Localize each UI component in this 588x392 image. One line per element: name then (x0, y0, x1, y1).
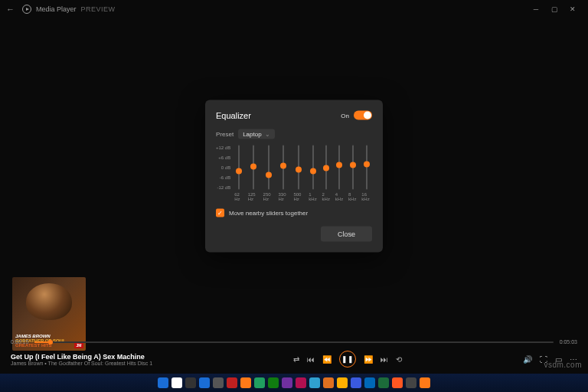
taskbar-app-icon[interactable] (268, 377, 279, 388)
eq-slider[interactable] (238, 145, 240, 190)
taskbar-app-icon[interactable] (364, 377, 375, 388)
prev-icon[interactable]: ⏮ (307, 355, 315, 364)
player-bar: Get Up (I Feel Like Being A) Sex Machine… (0, 345, 588, 374)
eq-bands: 62 Hz125 Hz250 Hz330 Hz500 Hz1 kHz2 kHz4… (234, 145, 372, 201)
taskbar-app-icon[interactable] (323, 377, 334, 388)
equalizer-dialog: Equalizer On Preset Laptop +12 dB+6 dB0 … (205, 100, 383, 253)
close-button[interactable]: ✕ (564, 5, 582, 13)
taskbar-app-icon[interactable] (172, 377, 182, 388)
eq-band: 2 kHz (322, 145, 331, 201)
minimize-button[interactable]: ─ (527, 5, 545, 13)
repeat-icon[interactable]: ⟲ (396, 355, 402, 364)
dialog-title: Equalizer (216, 111, 251, 120)
taskbar-app-icon[interactable] (420, 377, 430, 388)
taskbar-app-icon[interactable] (213, 377, 224, 388)
taskbar-app-icon[interactable] (199, 377, 210, 388)
eq-band: 250 Hz (263, 145, 274, 201)
taskbar-app-icon[interactable] (185, 377, 196, 388)
taskbar-app-icon[interactable] (282, 377, 292, 388)
taskbar-app-icon[interactable] (392, 377, 403, 388)
eq-band: 125 Hz (248, 145, 259, 201)
next-icon[interactable]: ⏭ (381, 355, 388, 364)
eq-slider[interactable] (325, 145, 327, 190)
preview-badge: PREVIEW (81, 5, 116, 13)
back-icon[interactable]: ← (6, 5, 15, 14)
taskbar-app-icon[interactable] (309, 377, 320, 388)
time-total: 0:05:03 (560, 339, 577, 345)
forward-icon[interactable]: ⏩ (364, 355, 373, 364)
titlebar: ← Media Player PREVIEW ─ ▢ ✕ (0, 0, 588, 18)
eq-slider[interactable] (352, 145, 354, 190)
eq-band: 4 kHz (335, 145, 344, 201)
volume-icon[interactable]: 🔊 (523, 355, 532, 364)
taskbar-app-icon[interactable] (227, 377, 237, 388)
taskbar-app-icon[interactable] (158, 377, 168, 388)
time-elapsed: 0:00:15 (11, 339, 28, 345)
eq-slider[interactable] (253, 145, 254, 190)
eq-slider[interactable] (298, 145, 299, 190)
eq-slider[interactable] (283, 145, 284, 190)
taskbar-app-icon[interactable] (337, 377, 348, 388)
app-icon (22, 5, 31, 14)
eq-slider[interactable] (338, 145, 340, 190)
taskbar-app-icon[interactable] (351, 377, 361, 388)
preset-label: Preset (216, 131, 234, 138)
equalizer-toggle[interactable] (354, 111, 372, 120)
taskbar[interactable] (0, 374, 588, 392)
shuffle-icon[interactable]: ⇄ (293, 355, 299, 364)
rewind-icon[interactable]: ⏪ (322, 355, 332, 364)
preset-select[interactable]: Laptop (238, 129, 274, 139)
link-sliders-checkbox[interactable]: ✓ (216, 209, 224, 217)
app-title: Media Player (36, 5, 77, 13)
eq-band: 16 kHz (361, 145, 372, 201)
eq-band: 8 kHz (348, 145, 357, 201)
eq-band: 500 Hz (293, 145, 304, 201)
watermark: vsdm.com (544, 361, 582, 369)
checkbox-label: Move nearby sliders together (229, 210, 308, 217)
taskbar-app-icon[interactable] (378, 377, 389, 388)
track-subtitle: James Brown • The Godfather Of Soul: Gre… (11, 361, 172, 366)
track-title: Get Up (I Feel Like Being A) Sex Machine (11, 353, 172, 361)
progress-row: 0:00:15 0:05:03 (11, 339, 577, 345)
taskbar-app-icon[interactable] (406, 377, 416, 388)
maximize-button[interactable]: ▢ (545, 5, 564, 13)
eq-band: 330 Hz (279, 145, 289, 201)
eq-band: 62 Hz (234, 145, 243, 201)
taskbar-app-icon[interactable] (254, 377, 265, 388)
main-area: JAMES BROWN GODFATHER OF SOUL GREATEST H… (0, 18, 588, 358)
eq-band: 1 kHz (309, 145, 317, 201)
toggle-label: On (341, 112, 349, 119)
play-pause-button[interactable]: ❚❚ (339, 351, 356, 368)
seek-bar[interactable] (34, 341, 553, 343)
eq-slider[interactable] (268, 145, 270, 190)
taskbar-app-icon[interactable] (296, 377, 306, 388)
taskbar-app-icon[interactable] (240, 377, 251, 388)
db-scale: +12 dB+6 dB0 dB-6 dB-12 dB (216, 145, 232, 190)
eq-slider[interactable] (312, 145, 314, 190)
close-dialog-button[interactable]: Close (321, 227, 372, 242)
eq-slider[interactable] (366, 145, 368, 190)
